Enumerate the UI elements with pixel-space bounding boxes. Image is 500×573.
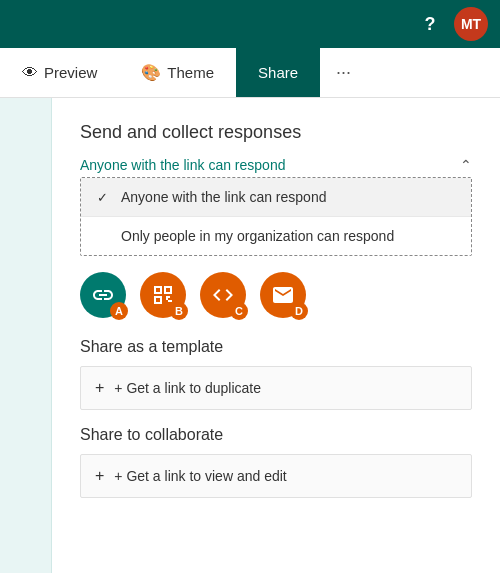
template-section: Share as a template + + Get a link to du…: [80, 338, 472, 410]
dropdown-trigger[interactable]: Anyone with the link can respond ⌃: [80, 157, 472, 173]
tab-share[interactable]: Share: [236, 48, 320, 97]
collaborate-link-row[interactable]: + + Get a link to view and edit: [80, 454, 472, 498]
plus-icon-collaborate: +: [95, 467, 104, 485]
nav-bar: 👁 Preview 🎨 Theme Share ···: [0, 48, 500, 98]
avatar[interactable]: MT: [454, 7, 488, 41]
share-icon-qr[interactable]: B: [140, 272, 186, 318]
share-label-d: D: [290, 302, 308, 320]
help-button[interactable]: ?: [416, 10, 444, 38]
collaborate-section-title: Share to collaborate: [80, 426, 472, 444]
dropdown-option-org[interactable]: Only people in my organization can respo…: [81, 217, 471, 255]
template-link-label: + Get a link to duplicate: [114, 380, 261, 396]
preview-icon: 👁: [22, 64, 38, 82]
section-title: Send and collect responses: [80, 122, 472, 143]
share-icon-qr-circle: B: [140, 272, 186, 318]
collaborate-section: Share to collaborate + + Get a link to v…: [80, 426, 472, 498]
share-icon-embed-circle: C: [200, 272, 246, 318]
option-anyone-label: Anyone with the link can respond: [121, 189, 326, 205]
tab-preview[interactable]: 👁 Preview: [0, 48, 119, 97]
theme-icon: 🎨: [141, 63, 161, 82]
dropdown-menu: ✓ Anyone with the link can respond Only …: [80, 177, 472, 256]
share-icon-email[interactable]: D: [260, 272, 306, 318]
template-section-title: Share as a template: [80, 338, 472, 356]
content-area: Send and collect responses Anyone with t…: [52, 98, 500, 573]
share-label: Share: [258, 64, 298, 81]
tab-theme[interactable]: 🎨 Theme: [119, 48, 236, 97]
top-bar: ? MT: [0, 0, 500, 48]
share-icon-embed[interactable]: C: [200, 272, 246, 318]
sidebar: [0, 98, 52, 573]
share-icon-email-circle: D: [260, 272, 306, 318]
dropdown-trigger-text: Anyone with the link can respond: [80, 157, 285, 173]
template-link-row[interactable]: + + Get a link to duplicate: [80, 366, 472, 410]
dropdown-arrow-icon: ⌃: [460, 157, 472, 173]
theme-label: Theme: [167, 64, 214, 81]
share-label-c: C: [230, 302, 248, 320]
main-content: Send and collect responses Anyone with t…: [0, 98, 500, 573]
option-org-label: Only people in my organization can respo…: [121, 228, 394, 244]
checkmark-icon: ✓: [97, 190, 113, 205]
preview-label: Preview: [44, 64, 97, 81]
dropdown-option-anyone[interactable]: ✓ Anyone with the link can respond: [81, 178, 471, 217]
collaborate-link-label: + Get a link to view and edit: [114, 468, 286, 484]
share-label-a: A: [110, 302, 128, 320]
share-icon-link[interactable]: A: [80, 272, 126, 318]
plus-icon-template: +: [95, 379, 104, 397]
share-icons-row: A B C: [80, 272, 472, 318]
share-label-b: B: [170, 302, 188, 320]
nav-more-button[interactable]: ···: [320, 48, 367, 97]
share-icon-link-circle: A: [80, 272, 126, 318]
